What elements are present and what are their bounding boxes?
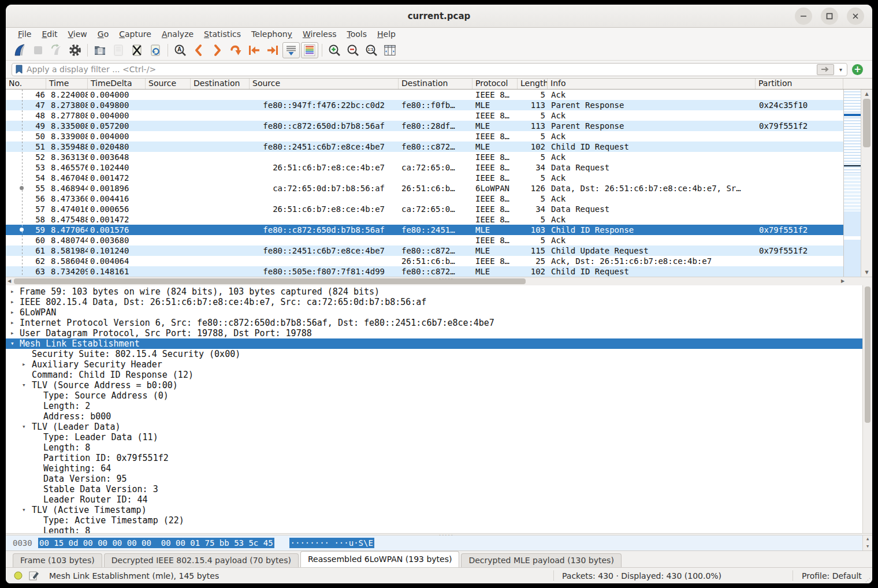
- menu-statistics[interactable]: Statistics: [199, 29, 246, 39]
- packet-row-51[interactable]: 518.3594880.020480fe80::2451:c6b7:e8ce:4…: [6, 142, 843, 152]
- collapse-icon[interactable]: ▾: [10, 338, 14, 349]
- menu-go[interactable]: Go: [92, 29, 114, 39]
- detail-row[interactable]: ▸Internet Protocol Version 6, Src: fe80:…: [6, 318, 872, 328]
- resize-grip[interactable]: ⋰: [865, 577, 871, 583]
- open-file-folder-icon[interactable]: [91, 42, 109, 58]
- detail-row[interactable]: Data Version: 95: [6, 474, 872, 484]
- menu-wireless[interactable]: Wireless: [297, 29, 342, 39]
- scroll-right-icon[interactable]: ▶: [841, 278, 844, 284]
- detail-row[interactable]: Type: Source Address (0): [6, 390, 872, 401]
- filter-dropdown-caret[interactable]: ▾: [838, 66, 844, 73]
- collapse-icon[interactable]: ▾: [22, 380, 26, 390]
- capture-comment-icon[interactable]: [28, 570, 39, 582]
- expert-info-icon[interactable]: [14, 571, 23, 580]
- expand-icon[interactable]: ▸: [10, 297, 14, 307]
- column-header-timedelta[interactable]: TimeDelta: [88, 79, 146, 89]
- expand-icon[interactable]: ▸: [22, 359, 26, 370]
- column-header-source[interactable]: Source: [146, 79, 191, 89]
- detail-row[interactable]: ▾TLV (Source Address = b0:00): [6, 380, 872, 390]
- detail-row[interactable]: Length: 2: [6, 401, 872, 411]
- byte-tab-1[interactable]: Decrypted IEEE 802.15.4 payload (70 byte…: [104, 553, 299, 567]
- column-header-time[interactable]: Time: [46, 79, 88, 89]
- expand-icon[interactable]: ▸: [10, 286, 14, 297]
- go-back-icon[interactable]: [190, 42, 207, 58]
- packet-row-53[interactable]: 538.4655760.10244026:51:c6:b7:e8:ce:4b:e…: [6, 162, 843, 173]
- detail-row[interactable]: Type: Active Timestamp (22): [6, 515, 872, 526]
- zoom-in-icon[interactable]: [326, 42, 343, 58]
- column-header-no[interactable]: No.: [6, 79, 46, 89]
- byte-tab-0[interactable]: Frame (103 bytes): [13, 553, 102, 567]
- byte-tab-3[interactable]: Decrypted MLE payload (130 bytes): [461, 553, 621, 567]
- menu-view[interactable]: View: [63, 29, 92, 39]
- menu-help[interactable]: Help: [372, 29, 401, 39]
- bytes-scrollbar[interactable]: ▲ ▼: [862, 535, 872, 550]
- scroll-left-icon[interactable]: ◀: [8, 278, 11, 284]
- packet-row-56[interactable]: 568.4733600.004416IEEE 8…5Ack: [6, 193, 843, 204]
- detail-row[interactable]: ▾TLV (Leader Data): [6, 422, 872, 432]
- byte-tab-2[interactable]: Reassembled 6LoWPAN (193 bytes): [300, 551, 459, 567]
- collapse-icon[interactable]: ▾: [22, 505, 26, 515]
- detail-row[interactable]: ▸Auxiliary Security Header: [6, 359, 872, 370]
- expand-icon[interactable]: ▸: [10, 318, 14, 328]
- capture-options-gear-icon[interactable]: [66, 42, 84, 58]
- detail-row[interactable]: Partition ID: 0x79f551f2: [6, 453, 872, 463]
- detail-row[interactable]: Leader Router ID: 44: [6, 494, 872, 505]
- apply-filter-button[interactable]: [817, 64, 834, 75]
- packet-row-49[interactable]: 498.3350080.057200fe80::c872:650d:b7b8:5…: [6, 121, 843, 131]
- column-header-partition[interactable]: Partition: [756, 79, 843, 89]
- packet-row-55[interactable]: 558.4689440.001896ca:72:65:0d:b7:b8:56:a…: [6, 183, 843, 193]
- packet-row-58[interactable]: 588.4754880.001472IEEE 8…5Ack: [6, 214, 843, 225]
- packet-list-minimap[interactable]: [843, 90, 861, 277]
- collapse-icon[interactable]: ▾: [22, 422, 26, 432]
- resize-columns-icon[interactable]: [381, 42, 399, 58]
- go-last-packet-icon[interactable]: [264, 42, 281, 58]
- packet-list-hscrollbar[interactable]: ◀ ▶ ·····: [6, 277, 872, 285]
- packet-row-47[interactable]: 478.2738080.049800fe80::947f:f476:22bc:c…: [6, 100, 843, 110]
- window-titlebar[interactable]: current.pcap: [6, 5, 872, 28]
- packet-row-63[interactable]: 638.7342090.148161fe80::505e:f807:7f81:4…: [6, 266, 843, 277]
- bookmark-icon[interactable]: [15, 65, 23, 74]
- hex-ascii-selected[interactable]: ········ ···u·S\E: [289, 538, 374, 548]
- packet-row-62[interactable]: 628.5860480.00406426:51:c6:b…IEEE 8…25Ac…: [6, 256, 843, 266]
- packet-row-59[interactable]: 598.4770640.001576fe80::c872:650d:b7b8:5…: [6, 225, 843, 235]
- scroll-up-icon[interactable]: ▲: [863, 535, 872, 543]
- detail-row[interactable]: Length: 8: [6, 442, 872, 453]
- packet-row-48[interactable]: 488.2778080.004000IEEE 8…5Ack: [6, 110, 843, 121]
- go-first-packet-icon[interactable]: [245, 42, 263, 58]
- scroll-down-icon[interactable]: ▼: [863, 543, 872, 550]
- expand-icon[interactable]: ▸: [10, 328, 14, 338]
- capture-stop-icon[interactable]: [29, 42, 47, 58]
- detail-row[interactable]: Stable Data Version: 3: [6, 484, 872, 494]
- column-header-source[interactable]: Source: [250, 79, 399, 89]
- detail-row[interactable]: Weighting: 64: [6, 463, 872, 474]
- add-filter-button[interactable]: +: [852, 64, 863, 75]
- details-scrollbar[interactable]: [862, 285, 872, 533]
- minimize-button[interactable]: [795, 8, 812, 25]
- hex-bytes-selected[interactable]: 00 15 0d 00 00 00 00 00 00 00 01 75 bb 5…: [38, 538, 274, 548]
- menu-analyze[interactable]: Analyze: [157, 29, 199, 39]
- detail-row[interactable]: Command: Child ID Response (12): [6, 370, 872, 380]
- detail-row[interactable]: Security Suite: 802.15.4 Security (0x00): [6, 349, 872, 359]
- column-header-protocol[interactable]: Protocol: [473, 79, 518, 89]
- detail-row[interactable]: ▸IEEE 802.15.4 Data, Dst: 26:51:c6:b7:e8…: [6, 297, 872, 307]
- find-packet-icon[interactable]: A: [172, 42, 189, 58]
- maximize-button[interactable]: [821, 8, 838, 25]
- go-to-packet-icon[interactable]: [227, 42, 244, 58]
- menu-file[interactable]: File: [13, 29, 36, 39]
- expand-icon[interactable]: ▸: [10, 307, 14, 318]
- auto-scroll-icon[interactable]: [282, 42, 300, 58]
- detail-row[interactable]: ▾TLV (Active Timestamp): [6, 505, 872, 515]
- detail-row[interactable]: Address: b000: [6, 411, 872, 422]
- column-header-length[interactable]: Length: [518, 79, 548, 89]
- detail-row[interactable]: ▸6LoWPAN: [6, 307, 872, 318]
- packet-bytes-pane[interactable]: 0030 00 15 0d 00 00 00 00 00 00 00 01 75…: [6, 535, 872, 550]
- detail-row[interactable]: ▸User Datagram Protocol, Src Port: 19788…: [6, 328, 872, 338]
- menu-capture[interactable]: Capture: [114, 29, 157, 39]
- go-forward-icon[interactable]: [209, 42, 226, 58]
- packet-list-scrollbar-thumb[interactable]: [863, 99, 870, 147]
- packet-row-50[interactable]: 508.3390080.004000IEEE 8…5Ack: [6, 131, 843, 142]
- status-profile[interactable]: Profile: Default: [802, 571, 862, 580]
- packet-row-60[interactable]: 608.4807440.003680IEEE 8…5Ack: [6, 235, 843, 245]
- close-button[interactable]: [847, 8, 864, 25]
- reload-file-icon[interactable]: [147, 42, 164, 58]
